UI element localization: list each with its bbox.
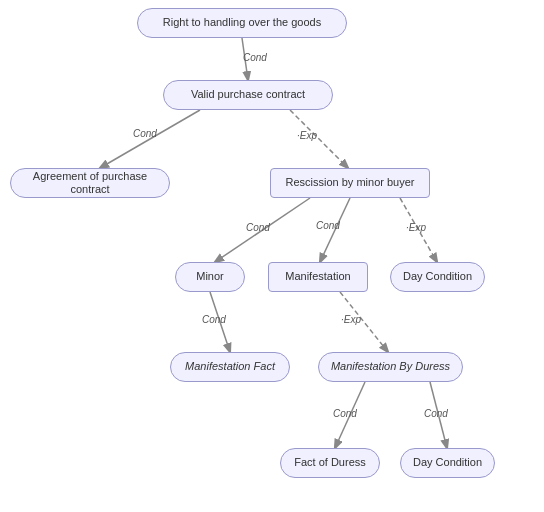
edge-label-exp1: ·Exp bbox=[297, 130, 317, 141]
svg-line-1 bbox=[100, 110, 200, 168]
node-day-condition1: Day Condition bbox=[390, 262, 485, 292]
edge-label-exp3: ·Exp bbox=[341, 314, 361, 325]
node-agreement: Agreement of purchase contract bbox=[10, 168, 170, 198]
node-root: Right to handling over the goods bbox=[137, 8, 347, 38]
edge-label-cond7: Cond bbox=[424, 408, 448, 419]
edge-label-cond4: Cond bbox=[316, 220, 340, 231]
edge-label-cond6: Cond bbox=[333, 408, 357, 419]
node-manifestation-duress: Manifestation By Duress bbox=[318, 352, 463, 382]
node-fact-of-duress: Fact of Duress bbox=[280, 448, 380, 478]
edge-label-cond2: Cond bbox=[133, 128, 157, 139]
node-day-condition2: Day Condition bbox=[400, 448, 495, 478]
diagram: Cond Cond ·Exp Cond Cond ·Exp Cond ·Exp … bbox=[0, 0, 544, 512]
node-minor: Minor bbox=[175, 262, 245, 292]
node-rescission: Rescission by minor buyer bbox=[270, 168, 430, 198]
node-manifestation-fact: Manifestation Fact bbox=[170, 352, 290, 382]
edge-label-cond1: Cond bbox=[243, 52, 267, 63]
edge-label-cond3: Cond bbox=[246, 222, 270, 233]
node-valid-purchase: Valid purchase contract bbox=[163, 80, 333, 110]
edge-label-cond5: Cond bbox=[202, 314, 226, 325]
edge-label-exp2: ·Exp bbox=[406, 222, 426, 233]
node-manifestation: Manifestation bbox=[268, 262, 368, 292]
